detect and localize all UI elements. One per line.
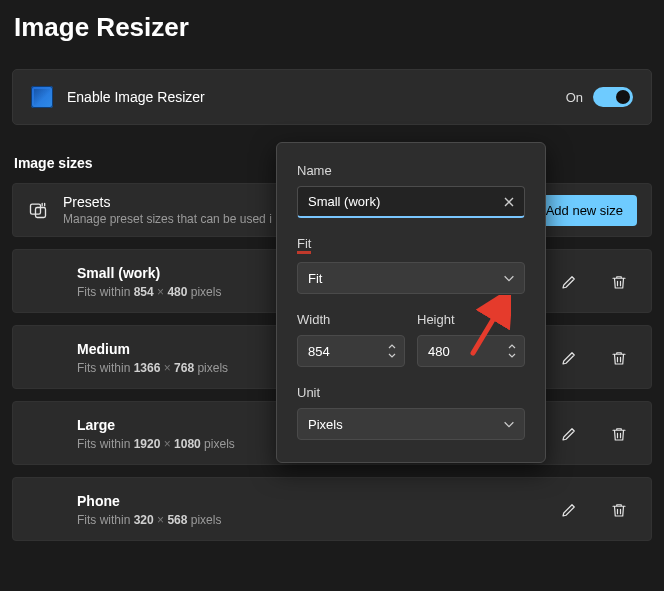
size-name: Phone xyxy=(77,493,537,509)
edit-size-button[interactable] xyxy=(551,492,587,528)
trash-icon xyxy=(610,425,628,443)
pencil-icon xyxy=(560,425,578,443)
enable-label: Enable Image Resizer xyxy=(67,89,566,105)
add-new-size-button[interactable]: Add new size xyxy=(532,195,637,226)
enable-toggle[interactable] xyxy=(593,87,633,107)
delete-size-button[interactable] xyxy=(601,492,637,528)
width-stepper[interactable]: 854 xyxy=(297,335,405,367)
pencil-icon xyxy=(560,349,578,367)
trash-icon xyxy=(610,273,628,291)
height-label: Height xyxy=(417,312,525,327)
size-row[interactable]: Phone Fits within 320 × 568 pixels xyxy=(12,477,652,541)
size-detail: Fits within 320 × 568 pixels xyxy=(77,513,537,527)
toggle-state-text: On xyxy=(566,90,583,105)
trash-icon xyxy=(610,349,628,367)
pencil-icon xyxy=(560,273,578,291)
delete-size-button[interactable] xyxy=(601,416,637,452)
height-value: 480 xyxy=(428,344,450,359)
presets-icon xyxy=(27,199,49,221)
updown-icon xyxy=(506,342,518,360)
fit-select-value: Fit xyxy=(308,271,322,286)
delete-size-button[interactable] xyxy=(601,264,637,300)
unit-label: Unit xyxy=(297,385,525,400)
fit-label: Fit xyxy=(297,236,525,254)
edit-size-button[interactable] xyxy=(551,264,587,300)
edit-preset-popup: Name Fit Fit Width 854 Height xyxy=(276,142,546,463)
name-label: Name xyxy=(297,163,525,178)
unit-select-value: Pixels xyxy=(308,417,343,432)
page-title: Image Resizer xyxy=(0,0,664,43)
edit-size-button[interactable] xyxy=(551,340,587,376)
trash-icon xyxy=(610,501,628,519)
height-stepper[interactable]: 480 xyxy=(417,335,525,367)
delete-size-button[interactable] xyxy=(601,340,637,376)
chevron-down-icon xyxy=(502,271,516,285)
pencil-icon xyxy=(560,501,578,519)
updown-icon xyxy=(386,342,398,360)
width-value: 854 xyxy=(308,344,330,359)
enable-module-card: Enable Image Resizer On xyxy=(12,69,652,125)
edit-size-button[interactable] xyxy=(551,416,587,452)
unit-select[interactable]: Pixels xyxy=(297,408,525,440)
name-input[interactable] xyxy=(297,186,525,218)
chevron-down-icon xyxy=(502,417,516,431)
image-resizer-icon xyxy=(31,86,53,108)
clear-name-button[interactable] xyxy=(499,192,519,212)
fit-select[interactable]: Fit xyxy=(297,262,525,294)
width-label: Width xyxy=(297,312,405,327)
close-icon xyxy=(503,196,515,208)
